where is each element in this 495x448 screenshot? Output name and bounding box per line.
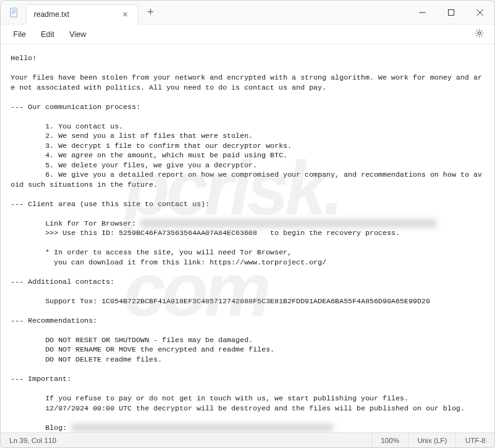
text-line: 3. We decrypt 1 file to confirm that our… (11, 142, 292, 150)
text-line: 2. We send you a list of files that were… (11, 132, 253, 140)
gear-icon[interactable] (474, 28, 484, 40)
close-tab-icon[interactable]: × (120, 9, 130, 19)
text-line: --- Client area (use this site to contac… (11, 200, 209, 208)
menubar: File Edit View (1, 24, 494, 44)
text-line: --- Additional contacts: (11, 278, 115, 286)
notepad-icon (8, 6, 21, 19)
status-eol[interactable]: Unix (LF) (408, 433, 456, 447)
text-line: If you refuse to pay or do not get in to… (11, 394, 409, 402)
tab-readme[interactable]: readme.txt × (26, 4, 138, 24)
text-line: 12/07/2024 00:00 UTC the decryptor will … (11, 404, 465, 412)
text-line: --- Our communication process: (11, 103, 140, 111)
text-line: >>> Use this ID: 5259BC46FA73563564AA07A… (11, 229, 400, 237)
tab-title: readme.txt (34, 10, 120, 19)
menu-view[interactable]: View (62, 28, 94, 41)
text-line: Blog: (11, 424, 71, 432)
minimize-button[interactable] (408, 1, 437, 24)
status-zoom[interactable]: 100% (372, 433, 408, 447)
status-encoding[interactable]: UTF-8 (456, 433, 494, 447)
text-line: * In order to access the site, you will … (11, 248, 292, 256)
text-line: DO NOT RESET OR SHUTDOWN - files may be … (11, 336, 253, 344)
text-line: DO NOT RENAME OR MOVE the encrypted and … (11, 345, 274, 353)
maximize-button[interactable] (437, 1, 466, 24)
menu-file[interactable]: File (6, 28, 33, 41)
menu-edit[interactable]: Edit (33, 28, 62, 41)
close-button[interactable] (466, 1, 494, 24)
titlebar: readme.txt × + (1, 1, 494, 24)
new-tab-button[interactable]: + (138, 6, 163, 19)
redacted-tor-link (140, 219, 437, 227)
text-line: DO NOT DELETE readme files. (11, 355, 162, 363)
text-line: 5. We delete your files, we give you a d… (11, 161, 257, 169)
text-line: 1. You contact us. (11, 122, 123, 130)
text-line: Link for Tor Browser: (11, 219, 140, 227)
text-line: Support Tox: 1C054B722BCBF41A918EF3C4857… (11, 297, 430, 305)
redacted-blog-link (71, 424, 333, 432)
svg-point-9 (478, 32, 481, 34)
window-controls (408, 1, 494, 24)
text-line: 4. We agree on the amount, which must be… (11, 151, 288, 159)
text-line: Your files have been stolen from your ne… (11, 73, 482, 91)
svg-rect-6 (449, 9, 454, 15)
text-line: --- Recommendations: (11, 316, 97, 325)
text-area[interactable]: pcrisk.comHello! Your files have been st… (1, 44, 494, 432)
text-line: --- Important: (11, 375, 71, 383)
app-window: readme.txt × + File Edit View pcrisk.co (0, 0, 495, 448)
status-position[interactable]: Ln 39, Col 110 (1, 433, 372, 447)
text-line: Hello! (11, 54, 36, 62)
text-line: 6. We give you a detailed report on how … (11, 170, 482, 189)
statusbar: Ln 39, Col 110 100% Unix (LF) UTF-8 (1, 432, 494, 447)
text-line: you can download it from this link: http… (11, 258, 326, 266)
